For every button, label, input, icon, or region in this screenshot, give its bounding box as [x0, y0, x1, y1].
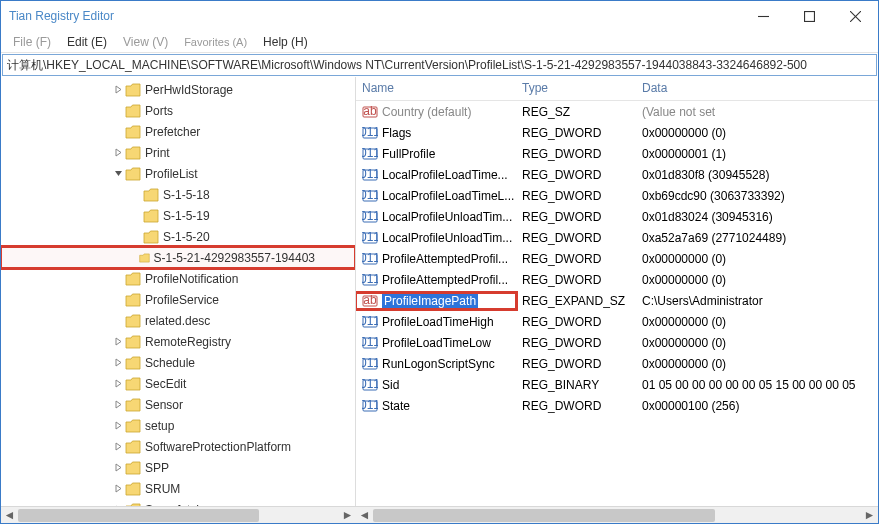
tree-node[interactable]: S-1-5-18 — [1, 184, 355, 205]
value-data-cell: C:\Users\Administrator — [636, 294, 878, 308]
expand-icon[interactable] — [111, 335, 125, 349]
tree-node[interactable]: SRUM — [1, 478, 355, 499]
menu-file[interactable]: File (F) — [7, 33, 57, 51]
value-name-cell: abCountry (default) — [356, 104, 516, 120]
expand-icon[interactable] — [111, 314, 125, 328]
expand-icon[interactable] — [111, 272, 125, 286]
expand-icon[interactable] — [129, 230, 143, 244]
value-row[interactable]: 011RunLogonScriptSyncREG_DWORD0x00000000… — [356, 353, 878, 374]
value-data-cell: 0x00000000 (0) — [636, 273, 878, 287]
value-data-cell: 0x01d830f8 (30945528) — [636, 168, 878, 182]
tree-node[interactable]: S-1-5-20 — [1, 226, 355, 247]
value-data-cell: 0x00000000 (0) — [636, 315, 878, 329]
window-title: Tian Registry Editor — [9, 9, 114, 23]
expand-icon[interactable] — [111, 482, 125, 496]
expand-icon[interactable] — [111, 377, 125, 391]
value-row[interactable]: 011FlagsREG_DWORD0x00000000 (0) — [356, 122, 878, 143]
value-name-cell: 011Flags — [356, 125, 516, 141]
value-row[interactable]: 011FullProfileREG_DWORD0x00000001 (1) — [356, 143, 878, 164]
value-row[interactable]: 011SidREG_BINARY01 05 00 00 00 00 00 05 … — [356, 374, 878, 395]
value-type-cell: REG_DWORD — [516, 357, 636, 371]
scroll-left-icon[interactable]: ◄ — [1, 507, 18, 524]
value-row[interactable]: 011ProfileAttemptedProfil...REG_DWORD0x0… — [356, 248, 878, 269]
value-row[interactable]: 011ProfileLoadTimeHighREG_DWORD0x0000000… — [356, 311, 878, 332]
svg-text:011: 011 — [362, 251, 378, 265]
value-data-cell: 0x00000100 (256) — [636, 399, 878, 413]
expand-icon[interactable] — [111, 461, 125, 475]
tree-label: RemoteRegistry — [145, 335, 231, 349]
menu-edit[interactable]: Edit (E) — [61, 33, 113, 51]
expand-icon[interactable] — [111, 104, 125, 118]
tree-node[interactable]: ProfileService — [1, 289, 355, 310]
tree-node[interactable]: S-1-5-21-4292983557-194403 — [1, 247, 355, 268]
svg-text:011: 011 — [362, 377, 378, 391]
tree-node[interactable]: Prefetcher — [1, 121, 355, 142]
tree-node[interactable]: setup — [1, 415, 355, 436]
svg-text:011: 011 — [362, 356, 378, 370]
values-panel[interactable]: Name Type Data abCountry (default)REG_SZ… — [356, 77, 878, 506]
expand-icon[interactable] — [111, 146, 125, 160]
expand-icon[interactable] — [129, 251, 139, 265]
address-bar[interactable]: 计算机\HKEY_LOCAL_MACHINE\SOFTWARE\Microsof… — [2, 54, 877, 76]
list-hscroll[interactable]: ◄ ► — [356, 506, 878, 523]
tree-node[interactable]: Schedule — [1, 352, 355, 373]
tree-node[interactable]: S-1-5-19 — [1, 205, 355, 226]
value-name-cell: 011Sid — [356, 377, 516, 393]
tree-node[interactable]: SecEdit — [1, 373, 355, 394]
expand-icon[interactable] — [111, 356, 125, 370]
menu-favorites[interactable]: Favorites (A) — [178, 34, 253, 50]
value-name-cell: 011ProfileAttemptedProfil... — [356, 272, 516, 288]
tree-node[interactable]: ProfileNotification — [1, 268, 355, 289]
tree-node[interactable]: Superfetch — [1, 499, 355, 506]
scroll-left-icon[interactable]: ◄ — [356, 507, 373, 524]
expand-icon[interactable] — [111, 503, 125, 507]
value-row[interactable]: 011LocalProfileUnloadTim...REG_DWORD0xa5… — [356, 227, 878, 248]
minimize-button[interactable] — [740, 1, 786, 31]
value-row[interactable]: 011LocalProfileLoadTime...REG_DWORD0x01d… — [356, 164, 878, 185]
tree-node[interactable]: SoftwareProtectionPlatform — [1, 436, 355, 457]
col-type[interactable]: Type — [516, 77, 636, 100]
tree-hscroll[interactable]: ◄ ► — [1, 506, 356, 523]
svg-text:011: 011 — [362, 209, 378, 223]
expand-icon[interactable] — [111, 83, 125, 97]
value-name-cell: 011ProfileAttemptedProfil... — [356, 251, 516, 267]
value-row[interactable]: 011LocalProfileLoadTimeL...REG_DWORD0xb6… — [356, 185, 878, 206]
menu-help[interactable]: Help (H) — [257, 33, 314, 51]
tree-node[interactable]: related.desc — [1, 310, 355, 331]
close-button[interactable] — [832, 1, 878, 31]
value-row[interactable]: 011ProfileLoadTimeLowREG_DWORD0x00000000… — [356, 332, 878, 353]
value-data-cell: 0x00000000 (0) — [636, 357, 878, 371]
expand-icon[interactable] — [111, 440, 125, 454]
scroll-right-icon[interactable]: ► — [339, 507, 356, 524]
value-data-cell: 0x00000000 (0) — [636, 126, 878, 140]
tree-panel[interactable]: PerHwIdStoragePortsPrefetcherPrintProfil… — [1, 77, 356, 506]
svg-text:ab: ab — [363, 104, 377, 118]
tree-label: Print — [145, 146, 170, 160]
expand-icon[interactable] — [129, 209, 143, 223]
expand-icon[interactable] — [111, 398, 125, 412]
tree-node[interactable]: Sensor — [1, 394, 355, 415]
expand-icon[interactable] — [111, 167, 125, 181]
menu-view[interactable]: View (V) — [117, 33, 174, 51]
tree-node[interactable]: Ports — [1, 100, 355, 121]
scroll-right-icon[interactable]: ► — [861, 507, 878, 524]
tree-node[interactable]: ProfileList — [1, 163, 355, 184]
tree-node[interactable]: Print — [1, 142, 355, 163]
value-type-cell: REG_DWORD — [516, 231, 636, 245]
value-row[interactable]: abProfileImagePathREG_EXPAND_SZC:\Users\… — [356, 290, 878, 311]
expand-icon[interactable] — [129, 188, 143, 202]
maximize-button[interactable] — [786, 1, 832, 31]
value-row[interactable]: 011ProfileAttemptedProfil...REG_DWORD0x0… — [356, 269, 878, 290]
expand-icon[interactable] — [111, 125, 125, 139]
expand-icon[interactable] — [111, 293, 125, 307]
svg-text:ab: ab — [363, 293, 377, 307]
tree-node[interactable]: RemoteRegistry — [1, 331, 355, 352]
tree-node[interactable]: SPP — [1, 457, 355, 478]
value-row[interactable]: 011StateREG_DWORD0x00000100 (256) — [356, 395, 878, 416]
expand-icon[interactable] — [111, 419, 125, 433]
value-row[interactable]: abCountry (default)REG_SZ(Value not set — [356, 101, 878, 122]
col-name[interactable]: Name — [356, 77, 516, 100]
col-data[interactable]: Data — [636, 77, 878, 100]
tree-node[interactable]: PerHwIdStorage — [1, 79, 355, 100]
value-row[interactable]: 011LocalProfileUnloadTim...REG_DWORD0x01… — [356, 206, 878, 227]
